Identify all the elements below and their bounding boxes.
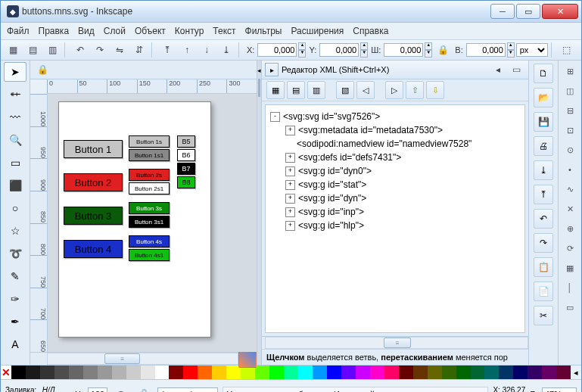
color-swatch[interactable] [442, 366, 456, 379]
tree-row[interactable]: +<svg:g id="hlp"> [270, 219, 520, 232]
canvas[interactable]: Button 1Button 2Button 3Button 4Button 1… [48, 94, 257, 352]
move-up-icon[interactable]: ⇧ [406, 81, 424, 99]
canvas-object[interactable]: Button 3 [64, 207, 123, 225]
open-icon[interactable]: 📂 [534, 88, 553, 107]
color-swatch[interactable] [484, 366, 499, 379]
color-swatch[interactable] [69, 366, 83, 379]
canvas-object[interactable]: Button 3s1 [129, 216, 170, 228]
color-swatch[interactable] [198, 366, 212, 379]
canvas-object[interactable]: B7 [177, 163, 195, 175]
y-input[interactable] [319, 43, 359, 57]
move-down-icon[interactable]: ⇩ [426, 81, 444, 99]
paste-icon[interactable]: 📄 [534, 282, 553, 301]
canvas-object[interactable]: Button 3s [129, 202, 170, 214]
menu-edit[interactable]: Правка [39, 26, 70, 36]
canvas-object[interactable]: B5 [177, 135, 195, 148]
pen-tool-icon[interactable]: ✑ [4, 289, 26, 309]
pencil-tool-icon[interactable]: ✎ [4, 266, 26, 286]
menu-path[interactable]: Контур [175, 26, 204, 36]
color-swatch[interactable] [54, 366, 69, 379]
spin-up-icon[interactable]: ▲ [298, 42, 306, 50]
import-icon[interactable]: ⤓ [534, 160, 553, 180]
rect-tool-icon[interactable]: ▭ [4, 153, 26, 173]
x-input[interactable] [257, 43, 297, 57]
lower-bottom-icon[interactable]: ⤓ [217, 41, 235, 59]
color-swatch[interactable] [11, 366, 26, 379]
snap-edge-icon[interactable]: ⊟ [562, 103, 577, 118]
snap-center-icon[interactable]: ⊕ [562, 221, 577, 236]
canvas-object[interactable]: B6 [177, 149, 195, 161]
raise-top-icon[interactable]: ⤒ [158, 41, 176, 59]
indent-icon[interactable]: ▷ [385, 81, 403, 99]
color-swatch[interactable] [456, 366, 471, 379]
menu-text[interactable]: Текст [213, 26, 235, 36]
flip-h-icon[interactable]: ⇋ [110, 41, 129, 59]
color-swatch[interactable] [83, 366, 98, 379]
horizontal-scrollbar[interactable]: ≡ [30, 352, 257, 365]
lower-icon[interactable]: ↓ [198, 41, 216, 59]
new-text-icon[interactable]: ▤ [287, 81, 305, 99]
ellipse-tool-icon[interactable]: ○ [4, 198, 26, 218]
node-tool-icon[interactable]: ⬴ [4, 85, 26, 104]
canvas-object[interactable]: Button 1 [64, 140, 123, 158]
star-tool-icon[interactable]: ☆ [4, 221, 26, 241]
spiral-tool-icon[interactable]: ➰ [4, 244, 26, 263]
xml-scrollbar[interactable]: ≡ [262, 336, 528, 349]
tweak-tool-icon[interactable]: 〰 [4, 107, 26, 127]
color-swatch[interactable] [126, 366, 141, 379]
panel-menu-icon[interactable]: ◂ [489, 61, 507, 79]
color-swatch[interactable] [499, 366, 513, 379]
color-swatch[interactable] [542, 366, 556, 379]
expand-icon[interactable]: + [285, 194, 295, 204]
snap-enable-icon[interactable]: ⊞ [562, 64, 577, 79]
tree-row[interactable]: +<svg:g id="inp"> [270, 205, 520, 219]
snap-midpoint-icon[interactable]: ⊙ [562, 142, 577, 157]
new-doc-icon[interactable]: 🗋 [534, 64, 553, 83]
color-swatch[interactable] [471, 366, 485, 379]
color-swatch[interactable] [370, 366, 384, 379]
menu-filters[interactable]: Фильтры [245, 26, 282, 36]
canvas-object[interactable]: Button 4s1 [129, 249, 170, 261]
close-button[interactable]: ✕ [542, 4, 578, 19]
snap-page-icon[interactable]: ▭ [562, 300, 577, 315]
canvas-object[interactable]: Button 4s [129, 235, 170, 247]
color-swatch[interactable] [384, 366, 399, 379]
tree-row[interactable]: +<svg:g id="dyn0"> [270, 164, 520, 178]
expand-icon[interactable]: + [285, 166, 295, 176]
xml-tree[interactable]: -<svg:svg id="svg7526">+<svg:metadata id… [265, 104, 525, 333]
color-swatch[interactable] [112, 366, 126, 379]
snap-intersect-icon[interactable]: ✕ [562, 201, 577, 216]
color-swatch[interactable] [183, 366, 198, 379]
expand-icon[interactable]: + [285, 207, 295, 217]
titlebar[interactable]: ◆ buttons.mns.svg - Inkscape ─ ▭ ✕ [1, 1, 581, 23]
snap-rotation-icon[interactable]: ⟳ [562, 241, 577, 256]
color-swatch[interactable] [141, 366, 155, 379]
panel-close-icon[interactable]: ▭ [507, 61, 525, 79]
text-tool-icon[interactable]: A [4, 334, 26, 354]
expand-icon[interactable]: + [285, 126, 295, 135]
canvas-object[interactable]: Button 2s1 [129, 182, 170, 194]
splitter[interactable]: ◂ [257, 61, 262, 365]
duplicate-node-icon[interactable]: ▥ [307, 81, 325, 99]
selector-tool-icon[interactable]: ➤ [4, 62, 26, 82]
canvas-object[interactable]: Button 1s [129, 135, 170, 148]
snap-corner-icon[interactable]: ⊡ [562, 123, 577, 138]
color-swatch[interactable] [98, 366, 112, 379]
collapse-icon[interactable]: - [270, 112, 280, 122]
color-swatch[interactable] [327, 366, 341, 379]
color-swatch[interactable] [341, 366, 356, 379]
maximize-button[interactable]: ▭ [516, 4, 540, 19]
affect-icon[interactable]: ⬚ [558, 41, 576, 59]
select-all-icon[interactable]: ▦ [4, 41, 22, 59]
layer-lock-icon[interactable]: 🔒 [33, 61, 51, 79]
snap-path-icon[interactable]: ∿ [562, 182, 577, 197]
menu-help[interactable]: Справка [353, 26, 388, 36]
tree-row[interactable]: +<svg:g id="stat"> [270, 178, 520, 191]
canvas-object[interactable]: Button 2s [129, 169, 170, 181]
palette-menu-icon[interactable]: ◂ [571, 366, 581, 379]
deselect-icon[interactable]: ▥ [43, 41, 61, 59]
color-swatch[interactable] [356, 366, 370, 379]
expand-icon[interactable]: + [285, 153, 295, 163]
rotate-ccw-icon[interactable]: ↶ [71, 41, 89, 59]
unindent-icon[interactable]: ◁ [356, 81, 375, 99]
